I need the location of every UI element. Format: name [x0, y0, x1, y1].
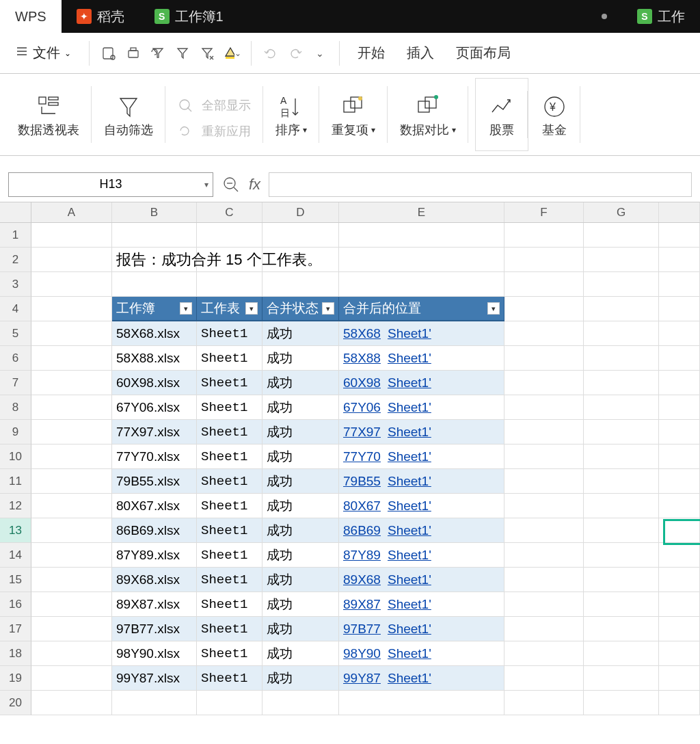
cell[interactable] — [504, 666, 584, 691]
cell[interactable] — [504, 420, 584, 444]
formula-input[interactable] — [269, 172, 692, 197]
overflow-icon[interactable]: ⌄ — [310, 44, 329, 63]
cell[interactable] — [584, 518, 659, 543]
filter-clear-icon[interactable] — [198, 44, 217, 63]
cell[interactable] — [504, 494, 584, 518]
merged-location-link[interactable]: 89X68Sheet1' — [343, 572, 431, 587]
cell[interactable]: 99Y87Sheet1' — [339, 666, 504, 691]
cell[interactable]: Sheet1 — [197, 395, 262, 420]
cell[interactable] — [31, 691, 112, 715]
cell[interactable] — [584, 592, 659, 617]
cell[interactable]: 80X67Sheet1' — [339, 494, 504, 518]
cell[interactable]: 99Y87.xlsx — [112, 666, 197, 691]
merged-location-link[interactable]: 67Y06Sheet1' — [343, 400, 431, 415]
merged-location-link[interactable]: 99Y87Sheet1' — [343, 671, 431, 686]
cell[interactable]: 成功 — [262, 617, 339, 641]
redo-icon[interactable] — [286, 44, 305, 63]
merged-location-link[interactable]: 80X67Sheet1' — [343, 499, 431, 514]
col-header[interactable]: B — [112, 202, 197, 222]
ribbon-stock[interactable]: 股票 — [475, 78, 528, 151]
cell[interactable] — [31, 666, 112, 691]
cell[interactable] — [659, 248, 700, 272]
cell[interactable] — [504, 223, 584, 248]
cell[interactable]: 成功 — [262, 568, 339, 592]
cell[interactable] — [504, 568, 584, 592]
cell[interactable]: Sheet1 — [197, 346, 262, 371]
cell[interactable] — [659, 321, 700, 346]
cell[interactable]: 80X67.xlsx — [112, 494, 197, 518]
cell[interactable]: 成功 — [262, 420, 339, 444]
cell[interactable] — [197, 223, 262, 248]
cell[interactable]: 87Y89.xlsx — [112, 543, 197, 568]
cell[interactable]: 86B69Sheet1' — [339, 518, 504, 543]
row-header[interactable]: 19 — [0, 666, 31, 691]
highlight-icon[interactable]: ⌄ — [222, 44, 241, 63]
cell[interactable]: 97B77.xlsx — [112, 617, 197, 641]
cell[interactable] — [197, 272, 262, 297]
cell[interactable] — [584, 420, 659, 444]
cell[interactable] — [659, 297, 700, 321]
cell[interactable] — [197, 248, 262, 272]
filter-dropdown-icon[interactable]: ▾ — [487, 302, 500, 315]
merged-location-link[interactable]: 58X88Sheet1' — [343, 351, 431, 366]
row-header[interactable]: 15 — [0, 568, 31, 592]
cell[interactable] — [31, 297, 112, 321]
cell[interactable]: Sheet1 — [197, 518, 262, 543]
cell[interactable] — [31, 641, 112, 666]
cell[interactable]: 77Y70.xlsx — [112, 444, 197, 469]
cell[interactable]: 58X68Sheet1' — [339, 321, 504, 346]
cell[interactable] — [584, 543, 659, 568]
cell[interactable] — [584, 272, 659, 297]
cell[interactable] — [659, 518, 700, 543]
cell[interactable] — [584, 494, 659, 518]
menu-start[interactable]: 开始 — [349, 40, 393, 66]
cell[interactable] — [659, 568, 700, 592]
cell[interactable] — [339, 272, 504, 297]
cell[interactable] — [504, 248, 584, 272]
row-header[interactable]: 12 — [0, 494, 31, 518]
cell[interactable] — [584, 666, 659, 691]
cell[interactable] — [659, 543, 700, 568]
cell[interactable]: 成功 — [262, 371, 339, 395]
filter-dropdown-icon[interactable]: ▾ — [180, 302, 192, 315]
cell[interactable]: 87Y89Sheet1' — [339, 543, 504, 568]
row-header[interactable]: 8 — [0, 395, 31, 420]
cell[interactable] — [504, 395, 584, 420]
row-header[interactable]: 5 — [0, 321, 31, 346]
cell[interactable] — [31, 518, 112, 543]
cell[interactable] — [584, 469, 659, 494]
col-header[interactable]: C — [197, 202, 262, 222]
cell[interactable] — [584, 321, 659, 346]
cell[interactable]: 60X98Sheet1' — [339, 371, 504, 395]
cell[interactable] — [31, 248, 112, 272]
cell[interactable] — [659, 691, 700, 715]
cell[interactable] — [584, 248, 659, 272]
row-header[interactable]: 17 — [0, 617, 31, 641]
ribbon-sort[interactable]: A日 排序▾ — [263, 74, 319, 155]
cell[interactable] — [262, 223, 339, 248]
row-header[interactable]: 18 — [0, 641, 31, 666]
merged-location-link[interactable]: 77Y70Sheet1' — [343, 449, 431, 464]
merged-location-link[interactable]: 97B77Sheet1' — [343, 622, 431, 637]
cell[interactable]: Sheet1 — [197, 371, 262, 395]
cell[interactable] — [31, 346, 112, 371]
cell[interactable] — [504, 371, 584, 395]
cell[interactable]: 合并状态▾ — [262, 297, 339, 321]
cell[interactable] — [504, 346, 584, 371]
cell[interactable]: 58X88.xlsx — [112, 346, 197, 371]
cell[interactable]: Sheet1 — [197, 444, 262, 469]
cell[interactable] — [659, 272, 700, 297]
ribbon-autofilter[interactable]: 自动筛选 — [92, 74, 165, 155]
filter-dropdown-icon[interactable]: ▾ — [322, 302, 334, 315]
cell[interactable] — [31, 568, 112, 592]
row-header[interactable]: 16 — [0, 592, 31, 617]
merged-location-link[interactable]: 98Y90Sheet1' — [343, 646, 431, 661]
cell[interactable]: 77X97.xlsx — [112, 420, 197, 444]
cell[interactable]: 98Y90.xlsx — [112, 641, 197, 666]
cell[interactable] — [584, 568, 659, 592]
row-header[interactable]: 20 — [0, 691, 31, 715]
cell[interactable]: Sheet1 — [197, 568, 262, 592]
filter-dropdown-icon[interactable]: ▾ — [245, 302, 258, 315]
cell[interactable]: Sheet1 — [197, 592, 262, 617]
cell[interactable]: Sheet1 — [197, 666, 262, 691]
